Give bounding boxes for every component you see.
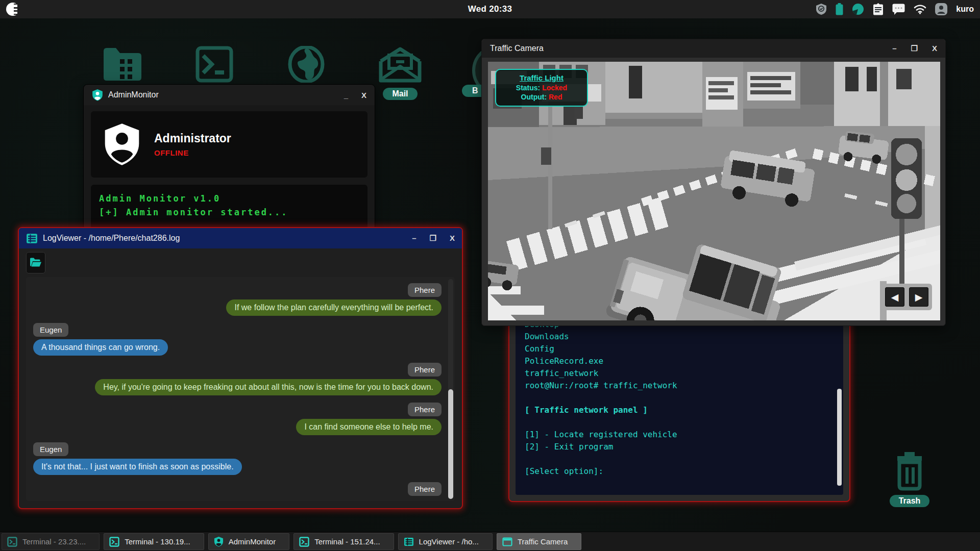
traffic-light-tooltip[interactable]: Traffic Light Status: Locked Output: Red <box>495 69 588 107</box>
chat-message: PhereHey, if you're going to keep freaki… <box>33 363 442 395</box>
status-value: Locked <box>542 84 567 92</box>
clipboard-icon[interactable] <box>873 3 884 15</box>
terminal-line <box>525 392 834 404</box>
taskbar-item-label: Terminal - 151.24... <box>314 537 380 546</box>
taskbar-item-label: Terminal - 23.23.... <box>22 537 86 546</box>
tooltip-status-row: Status: Locked <box>499 83 584 92</box>
top-bar: Wed 20:33 <box>0 0 980 18</box>
wifi-icon[interactable] <box>914 4 926 14</box>
globe-icon <box>286 46 327 83</box>
desktop-icon-trash[interactable]: Trash <box>879 451 940 507</box>
log-list-icon <box>26 233 38 244</box>
camera-nav-controls: ◀ ▶ <box>881 284 932 310</box>
log-list-icon <box>404 537 414 547</box>
taskbar-item-terminal-151-24[interactable]: Terminal - 151.24... <box>293 533 394 550</box>
terminal-icon <box>7 537 17 547</box>
next-camera-button[interactable]: ▶ <box>909 287 928 307</box>
window-title: Traffic Camera <box>490 44 544 53</box>
taskbar-item-terminal-130-19[interactable]: Terminal - 130.19... <box>104 533 204 550</box>
terminal-line: Config <box>525 343 834 355</box>
terminal-scrollbar-thumb[interactable] <box>837 389 842 485</box>
desktop-icon-browser[interactable] <box>282 46 331 83</box>
chat-bubble: If we follow the plan carefully everythi… <box>226 299 442 316</box>
chat-message: EugenA thousand things can go wrong. <box>33 323 442 356</box>
desktop-icon-mail[interactable]: Mail <box>376 46 425 100</box>
terminal-line: [ Traffic network panel ] <box>525 404 834 416</box>
log-viewer-titlebar[interactable]: LogViewer - /home/Phere/chat286.log – ❐ … <box>19 228 462 248</box>
chat-author-tag: Phere <box>408 403 442 416</box>
close-button[interactable]: X <box>932 44 937 53</box>
taskbar-item-label: LogViewer - /ho... <box>419 537 479 546</box>
chat-scrollbar-thumb[interactable] <box>448 389 453 499</box>
system-tray: kuro <box>816 0 974 18</box>
desktop-icon-label: Mail <box>383 88 417 100</box>
terminal-line: PoliceRecord.exe <box>525 355 834 367</box>
taskbar-item-terminal-23-23[interactable]: Terminal - 23.23.... <box>2 533 100 550</box>
traffic-camera-window: Traffic Camera – ❐ X <box>481 39 946 326</box>
battery-icon[interactable] <box>836 3 843 15</box>
user-avatar-icon[interactable] <box>935 3 947 15</box>
chat-scrollbar[interactable] <box>448 279 453 499</box>
terminal-line <box>525 453 834 465</box>
terminal-line: traffic_network <box>525 367 834 380</box>
terminal-line: Downloads <box>525 331 834 343</box>
chat-bubble: A thousand things can go wrong. <box>33 339 168 356</box>
desktop-icon-files[interactable] <box>98 46 147 83</box>
taskbar-item-adminmonitor[interactable]: AdminMonitor <box>208 533 290 550</box>
terminal-line: [1] - Locate registered vehicle <box>525 429 834 441</box>
camera-window-icon <box>502 537 512 547</box>
chat-author-tag: Phere <box>408 363 442 377</box>
trash-icon <box>889 451 930 491</box>
window-title: AdminMonitor <box>108 90 159 99</box>
trash-label: Trash <box>890 495 930 507</box>
folder-icon <box>101 46 144 83</box>
cpu-meter-icon[interactable] <box>852 3 864 15</box>
minimize-button[interactable]: – <box>892 44 896 53</box>
chat-bubble: I can find someone else to help me. <box>296 419 442 435</box>
terminal-line: [2] - Exit program <box>525 441 834 453</box>
terminal-scrollbar[interactable] <box>837 315 842 491</box>
console-line: [+] Admin monitor started... <box>99 206 359 219</box>
taskbar: Terminal - 23.23....Terminal - 130.19...… <box>0 532 980 551</box>
tooltip-title: Traffic Light <box>499 73 584 83</box>
taskbar-item-logviewer-ho[interactable]: LogViewer - /ho... <box>398 533 493 550</box>
taskbar-item-label: Terminal - 130.19... <box>125 537 190 546</box>
chat-message: PhereI can find someone else to help me. <box>33 403 442 435</box>
desktop-icon-terminal[interactable] <box>190 46 239 83</box>
close-button[interactable]: X <box>361 91 366 99</box>
shield-icon <box>92 89 103 101</box>
minimize-button[interactable]: _ <box>344 91 348 99</box>
maximize-button[interactable]: ❐ <box>430 234 436 243</box>
chat-author-tag: Eugen <box>33 323 68 337</box>
terminal-icon <box>299 537 309 547</box>
minimize-button[interactable]: – <box>412 234 416 243</box>
admin-profile-card: Administrator OFFLINE <box>91 111 368 178</box>
close-button[interactable]: X <box>450 234 455 243</box>
admin-shield-icon <box>103 122 141 167</box>
terminal-console[interactable]: DesktopDownloadsConfigPoliceRecord.exetr… <box>516 311 843 495</box>
log-viewer-toolbar <box>19 248 462 277</box>
chat-bubble-icon[interactable] <box>892 4 905 15</box>
admin-status-badge: OFFLINE <box>154 148 231 157</box>
camera-viewport[interactable]: Traffic Light Status: Locked Output: Red… <box>488 62 940 320</box>
chat-message: EugenIt's not that... I just want to fin… <box>33 442 442 475</box>
taskbar-item-traffic-camera[interactable]: Traffic Camera <box>497 533 581 550</box>
desktop: Wed 20:33 <box>0 0 980 551</box>
username-label[interactable]: kuro <box>956 5 974 14</box>
chat-log-panel[interactable]: PhereIf we follow the plan carefully eve… <box>26 277 455 501</box>
chat-bubble: Hey, if you're going to keep freaking ou… <box>95 379 442 395</box>
log-viewer-window: LogViewer - /home/Phere/chat286.log – ❐ … <box>18 227 463 509</box>
prev-camera-button[interactable]: ◀ <box>885 287 904 307</box>
chat-message: PhereIf we follow the plan carefully eve… <box>33 283 442 316</box>
traffic-camera-titlebar[interactable]: Traffic Camera – ❐ X <box>482 39 945 58</box>
terminal-icon <box>192 46 236 83</box>
admin-monitor-titlebar[interactable]: AdminMonitor _ X <box>84 85 375 105</box>
chat-message: Phere <box>33 482 442 498</box>
tooltip-output-row: Output: Red <box>499 92 584 102</box>
chat-author-tag: Eugen <box>33 442 68 456</box>
maximize-button[interactable]: ❐ <box>911 44 918 53</box>
shield-check-icon[interactable] <box>816 3 827 15</box>
terminal-window: DesktopDownloadsConfigPoliceRecord.exetr… <box>508 305 850 502</box>
console-line: Admin Monitor v1.0 <box>99 192 359 206</box>
open-file-button[interactable] <box>26 252 45 273</box>
